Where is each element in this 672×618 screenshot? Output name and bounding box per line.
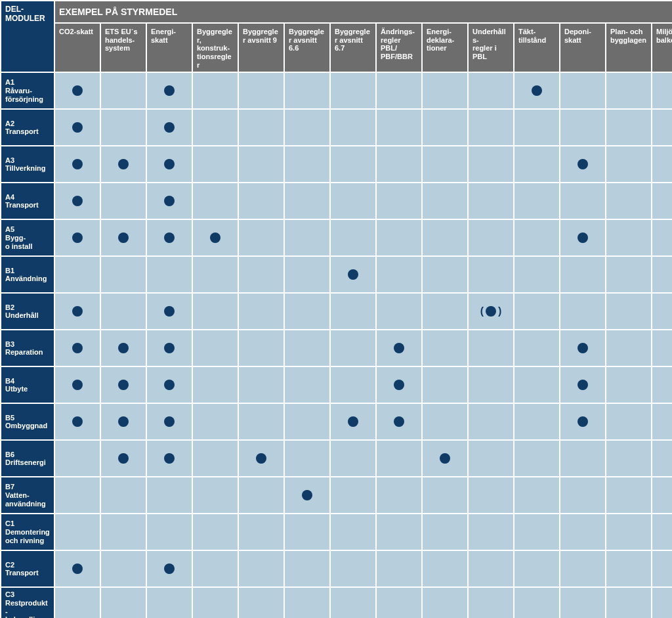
dot-icon xyxy=(578,416,588,427)
matrix-cell xyxy=(469,330,513,366)
matrix-cell xyxy=(101,588,146,618)
matrix-cell xyxy=(147,588,192,618)
matrix-cell xyxy=(239,588,284,618)
matrix-cell xyxy=(652,477,672,513)
matrix-cell xyxy=(285,441,329,476)
dot-icon xyxy=(72,122,83,133)
matrix-cell xyxy=(147,477,192,513)
dot-icon xyxy=(72,159,83,169)
matrix-cell xyxy=(377,588,421,618)
matrix-cell xyxy=(652,441,672,476)
dot-icon xyxy=(164,232,175,243)
matrix-cell xyxy=(147,146,192,182)
matrix-cell xyxy=(652,514,672,550)
row-header: B3Reparation xyxy=(1,330,54,366)
matrix-cell xyxy=(55,294,100,329)
matrix-cell xyxy=(239,441,284,476)
matrix-cell xyxy=(652,220,672,255)
matrix-cell xyxy=(193,551,238,586)
matrix-cell xyxy=(606,73,651,108)
matrix-cell xyxy=(606,367,651,403)
matrix-cell xyxy=(606,514,651,550)
matrix-cell xyxy=(514,588,559,618)
matrix-cell xyxy=(55,146,100,182)
matrix-cell xyxy=(423,441,467,476)
matrix-cell xyxy=(101,183,146,219)
col-header: Täkt-tillstånd xyxy=(514,24,559,72)
dot-icon xyxy=(118,416,129,427)
dot-icon xyxy=(72,563,83,574)
matrix-cell xyxy=(469,146,513,182)
matrix-cell xyxy=(514,404,559,439)
matrix-cell xyxy=(560,110,605,145)
dot-icon xyxy=(164,196,175,206)
row-header: B2Underhåll xyxy=(1,294,54,329)
matrix-cell xyxy=(377,514,421,550)
dot-icon xyxy=(118,453,129,464)
matrix-cell xyxy=(239,477,284,513)
dot-icon xyxy=(256,453,266,464)
dot-icon xyxy=(118,380,129,390)
matrix-cell xyxy=(423,477,467,513)
col-header: Miljö-balken xyxy=(652,24,672,72)
col-header: Byggregler avsnitt 6.6 xyxy=(285,24,329,72)
matrix-cell xyxy=(469,220,513,255)
matrix-cell xyxy=(55,257,100,292)
matrix-cell xyxy=(606,146,651,182)
dot-icon xyxy=(532,85,542,96)
matrix-cell xyxy=(55,551,100,586)
matrix-cell xyxy=(469,514,513,550)
dot-icon xyxy=(578,380,588,390)
dot-icon xyxy=(486,306,496,317)
matrix-cell xyxy=(147,257,192,292)
matrix-cell xyxy=(560,551,605,586)
col-header: ETS EU´s handels-system xyxy=(101,24,146,72)
col-header: Plan- och bygglagen xyxy=(606,24,651,72)
matrix-cell xyxy=(469,441,513,476)
dot-icon xyxy=(118,343,129,353)
matrix-cell xyxy=(55,367,100,403)
matrix-cell xyxy=(101,330,146,366)
dot-icon xyxy=(72,380,83,390)
matrix-cell xyxy=(285,588,329,618)
matrix-cell xyxy=(285,367,329,403)
matrix-cell xyxy=(652,367,672,403)
matrix-cell xyxy=(469,588,513,618)
corner-header: DEL-MODULER xyxy=(1,1,54,72)
matrix-cell xyxy=(652,294,672,329)
matrix-cell xyxy=(514,441,559,476)
matrix-cell xyxy=(514,183,559,219)
matrix-cell xyxy=(101,110,146,145)
dot-icon xyxy=(72,343,83,353)
dot-icon xyxy=(578,232,588,243)
matrix-cell xyxy=(652,73,672,108)
matrix-cell xyxy=(423,588,467,618)
matrix-cell xyxy=(193,514,238,550)
matrix-cell xyxy=(55,477,100,513)
dot-icon xyxy=(72,306,83,317)
matrix-cell xyxy=(514,330,559,366)
row-header: C2Transport xyxy=(1,551,54,586)
matrix-cell xyxy=(331,220,375,255)
matrix-cell xyxy=(331,257,375,292)
styrmedel-matrix: DEL-MODULER EXEMPEL PÅ STYRMEDEL CO2-ska… xyxy=(0,0,672,618)
matrix-cell xyxy=(147,73,192,108)
matrix-cell xyxy=(514,294,559,329)
matrix-cell xyxy=(331,294,375,329)
col-header: Byggregler, konstruk-tionsregler xyxy=(193,24,238,72)
matrix-cell xyxy=(652,588,672,618)
dot-icon xyxy=(72,416,83,427)
matrix-cell xyxy=(469,257,513,292)
matrix-cell xyxy=(423,294,467,329)
matrix-cell xyxy=(101,367,146,403)
matrix-cell xyxy=(377,183,421,219)
dot-icon xyxy=(118,232,129,243)
matrix-cell xyxy=(285,73,329,108)
matrix-cell xyxy=(423,183,467,219)
matrix-cell xyxy=(331,110,375,145)
matrix-cell xyxy=(147,220,192,255)
matrix-cell xyxy=(239,220,284,255)
row-header: B1Användning xyxy=(1,257,54,292)
matrix-cell xyxy=(147,514,192,550)
matrix-cell xyxy=(101,294,146,329)
